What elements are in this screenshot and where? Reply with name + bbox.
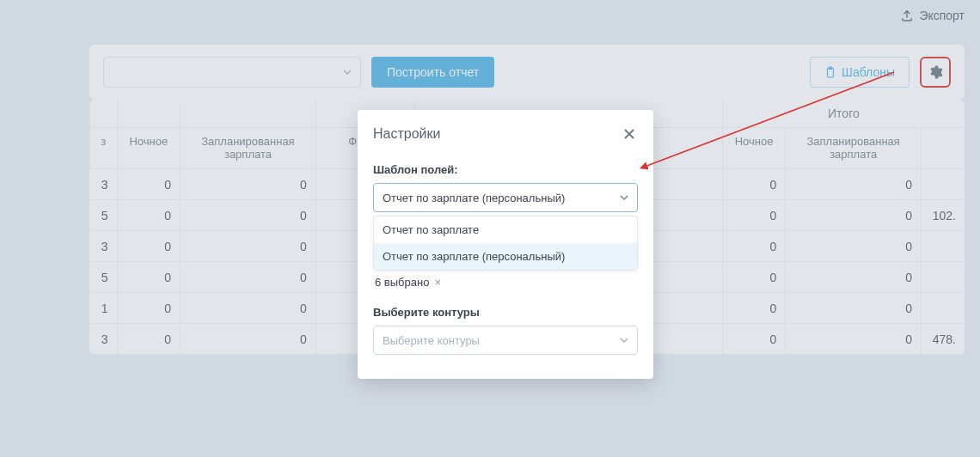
cell: 0 [722, 200, 786, 231]
contours-select[interactable]: Выберите контуры [373, 326, 638, 355]
cell: 0 [181, 231, 316, 262]
template-select-value: Отчет по зарплате (персональный) [383, 192, 565, 204]
col-stub: з [90, 128, 118, 169]
cell: 0 [181, 293, 316, 324]
selected-count-tag[interactable]: 6 выбрано × [375, 276, 441, 289]
cell: 0 [181, 324, 316, 355]
chevron-down-icon [620, 195, 628, 200]
cell: 5 [90, 200, 118, 231]
cell: 0 [722, 293, 786, 324]
cell [922, 231, 965, 262]
cell: 0 [117, 293, 181, 324]
toolbar-card: Построить отчет Шаблоны [89, 45, 965, 100]
contours-field-label: Выберите контуры [373, 306, 638, 319]
cell: 478. [922, 324, 965, 355]
settings-modal: Настройки Шаблон полей: Отчет по зарплат… [358, 110, 653, 379]
report-type-select[interactable] [103, 57, 361, 88]
cell: 5 [90, 262, 118, 293]
template-option[interactable]: Отчет по зарплате [374, 216, 637, 243]
chevron-down-icon [343, 70, 352, 75]
cell: 1 [90, 293, 118, 324]
cell: 0 [181, 262, 316, 293]
clear-tag-icon[interactable]: × [434, 276, 441, 289]
cell: 0 [786, 324, 922, 355]
template-select[interactable]: Отчет по зарплате (персональный) [373, 183, 638, 212]
build-report-button[interactable]: Построить отчет [371, 57, 494, 88]
cell: 0 [117, 231, 181, 262]
templates-button[interactable]: Шаблоны [810, 57, 910, 88]
close-icon [623, 128, 635, 140]
chevron-down-icon [620, 338, 628, 343]
cell: 0 [181, 200, 316, 231]
cell: 0 [117, 169, 181, 200]
cell [922, 169, 965, 200]
cell: 0 [117, 262, 181, 293]
gear-icon [928, 64, 943, 80]
cell: 0 [786, 262, 922, 293]
cell: 0 [786, 293, 922, 324]
col-planned-salary-2: Запланированная зарплата [786, 128, 922, 169]
settings-button[interactable] [920, 57, 951, 88]
col-night-2: Ночное [722, 128, 786, 169]
contours-placeholder: Выберите контуры [383, 334, 480, 347]
template-field-label: Шаблон полей: [373, 163, 638, 176]
cell: 0 [722, 169, 786, 200]
cell: 102. [922, 200, 965, 231]
export-label: Экспорт [919, 9, 965, 22]
template-dropdown: Отчет по зарплате Отчет по зарплате (пер… [373, 216, 638, 271]
cell: 0 [722, 262, 786, 293]
col-planned-salary: Запланированная зарплата [181, 128, 316, 169]
cell [922, 293, 965, 324]
column-group-total: Итого [722, 100, 965, 128]
close-button[interactable] [621, 125, 638, 143]
cell: 3 [90, 169, 118, 200]
modal-title: Настройки [373, 126, 440, 142]
export-icon [900, 9, 914, 22]
cell: 0 [786, 231, 922, 262]
clipboard-icon [824, 65, 836, 79]
cell: 0 [722, 324, 786, 355]
cell: 0 [181, 169, 316, 200]
cell [922, 262, 965, 293]
cell: 0 [117, 324, 181, 355]
export-link[interactable]: Экспорт [900, 9, 965, 22]
template-option[interactable]: Отчет по зарплате (персональный) [374, 243, 637, 270]
col-night: Ночное [117, 128, 181, 169]
cell: 3 [90, 324, 118, 355]
cell: 0 [722, 231, 786, 262]
cell: 0 [786, 169, 922, 200]
cell: 0 [117, 200, 181, 231]
cell: 3 [90, 231, 118, 262]
cell: 0 [786, 200, 922, 231]
